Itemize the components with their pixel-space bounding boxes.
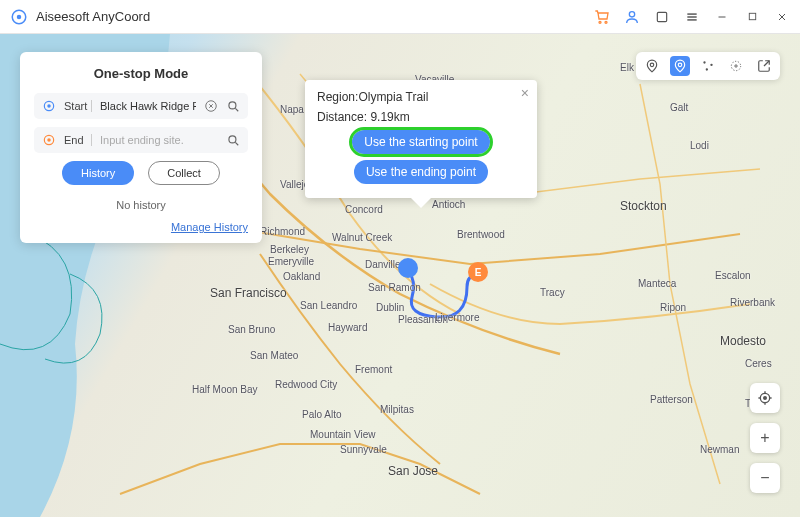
city-label: Sunnyvale	[340, 444, 387, 455]
collect-button[interactable]: Collect	[148, 161, 220, 185]
mode-joystick-icon[interactable]	[726, 56, 746, 76]
city-label: San Jose	[388, 464, 438, 478]
svg-point-2	[599, 21, 601, 23]
city-label: Antioch	[432, 199, 465, 210]
city-label: Manteca	[638, 278, 676, 289]
city-label: Richmond	[260, 226, 305, 237]
zoom-in-button[interactable]: +	[750, 423, 780, 453]
city-label: Mountain View	[310, 429, 375, 440]
locate-button[interactable]	[750, 383, 780, 413]
city-label: Redwood City	[275, 379, 337, 390]
city-label: Oakland	[283, 271, 320, 282]
app-title: Aiseesoft AnyCoord	[36, 9, 594, 24]
city-label: Brentwood	[457, 229, 505, 240]
city-label: Livermore	[435, 312, 479, 323]
mode-onestop-icon[interactable]	[670, 56, 690, 76]
close-icon[interactable]	[774, 9, 790, 25]
manage-history-link[interactable]: Manage History	[34, 221, 248, 233]
search-start-icon[interactable]	[226, 99, 240, 113]
svg-point-14	[47, 104, 51, 108]
end-pin-icon	[42, 133, 56, 147]
app-logo-icon	[10, 8, 28, 26]
city-label: Tracy	[540, 287, 565, 298]
svg-point-28	[731, 61, 740, 70]
mode-export-icon[interactable]	[754, 56, 774, 76]
menu-icon[interactable]	[684, 9, 700, 25]
svg-point-1	[17, 14, 22, 19]
maximize-icon[interactable]	[744, 9, 760, 25]
search-end-icon[interactable]	[226, 133, 240, 147]
mode-multistop-icon[interactable]	[698, 56, 718, 76]
mode-teleport-icon[interactable]	[642, 56, 662, 76]
city-label: Fremont	[355, 364, 392, 375]
svg-point-4	[629, 11, 634, 16]
end-label: End	[64, 134, 92, 146]
feedback-icon[interactable]	[654, 9, 670, 25]
city-label: Riverbank	[730, 297, 775, 308]
route-panel: One-stop Mode Start Black Hawk Ridge Roa…	[20, 52, 262, 243]
city-label: Lodi	[690, 140, 709, 151]
start-input-row: Start Black Hawk Ridge Roa	[34, 93, 248, 119]
popup-region: Region:Olympia Trail	[317, 90, 525, 104]
svg-point-24	[703, 61, 705, 63]
svg-point-23	[678, 63, 682, 67]
svg-point-16	[229, 102, 236, 109]
start-label: Start	[64, 100, 92, 112]
popup-distance: Distance: 9.19km	[317, 110, 525, 124]
no-history-text: No history	[34, 199, 248, 211]
use-ending-point-button[interactable]: Use the ending point	[354, 160, 488, 184]
minimize-icon[interactable]	[714, 9, 730, 25]
city-label: San Mateo	[250, 350, 298, 361]
user-icon[interactable]	[624, 9, 640, 25]
mode-toolbar	[636, 52, 780, 80]
start-marker[interactable]	[398, 258, 418, 278]
city-label: Escalon	[715, 270, 751, 281]
svg-point-19	[47, 138, 51, 142]
cart-icon[interactable]	[594, 9, 610, 25]
city-label: San Ramon	[368, 282, 421, 293]
city-label: Milpitas	[380, 404, 414, 415]
svg-point-25	[710, 64, 712, 66]
titlebar: Aiseesoft AnyCoord	[0, 0, 800, 34]
city-label: Berkeley	[270, 244, 309, 255]
zoom-out-button[interactable]: −	[750, 463, 780, 493]
city-label: San Bruno	[228, 324, 275, 335]
popup-close-icon[interactable]: ×	[521, 86, 529, 100]
history-button[interactable]: History	[62, 161, 134, 185]
end-marker[interactable]: E	[468, 262, 488, 282]
svg-point-27	[735, 65, 737, 67]
city-label: Patterson	[650, 394, 693, 405]
svg-point-22	[650, 63, 654, 67]
city-label: Walnut Creek	[332, 232, 392, 243]
svg-line-21	[235, 142, 238, 145]
svg-point-30	[764, 397, 767, 400]
city-label: Concord	[345, 204, 383, 215]
city-label: Ripon	[660, 302, 686, 313]
city-label: San Francisco	[210, 286, 287, 300]
zoom-controls: + −	[750, 383, 780, 493]
region-popup: × Region:Olympia Trail Distance: 9.19km …	[305, 80, 537, 198]
city-label: Dublin	[376, 302, 404, 313]
svg-point-20	[229, 136, 236, 143]
city-label: Half Moon Bay	[192, 384, 258, 395]
end-input[interactable]: Input ending site.	[100, 134, 218, 146]
svg-line-17	[235, 108, 238, 111]
city-label: Stockton	[620, 199, 667, 213]
city-label: San Leandro	[300, 300, 357, 311]
city-label: Danville	[365, 259, 401, 270]
city-label: Emeryville	[268, 256, 314, 267]
end-input-row: End Input ending site.	[34, 127, 248, 153]
clear-start-icon[interactable]	[204, 99, 218, 113]
city-label: Newman	[700, 444, 739, 455]
panel-title: One-stop Mode	[34, 66, 248, 81]
city-label: Modesto	[720, 334, 766, 348]
city-label: Napa	[280, 104, 304, 115]
start-input[interactable]: Black Hawk Ridge Roa	[100, 100, 196, 112]
use-starting-point-button[interactable]: Use the starting point	[352, 130, 489, 154]
city-label: Hayward	[328, 322, 367, 333]
city-label: Ceres	[745, 358, 772, 369]
svg-rect-5	[657, 12, 666, 21]
svg-point-26	[706, 68, 708, 70]
svg-point-3	[605, 21, 607, 23]
city-label: Galt	[670, 102, 688, 113]
